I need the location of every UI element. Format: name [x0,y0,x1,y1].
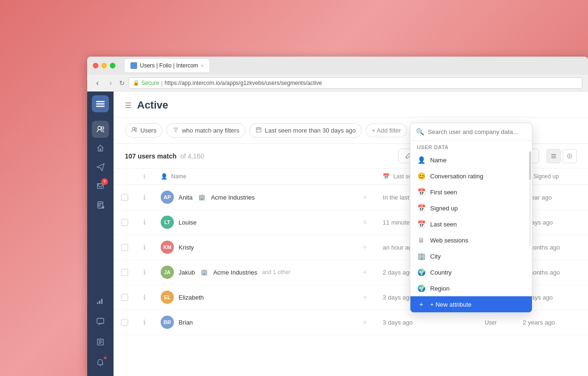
row-info-icon: ℹ [143,293,146,301]
dropdown-item-label-city: City [430,253,441,260]
dropdown-item-icon-name: 👤 [417,156,425,164]
back-button[interactable]: ‹ [93,79,102,87]
avatar: KM [161,241,174,254]
url-path: https://app.intercom.io/a/apps/g1zkvebs/… [164,80,322,86]
reload-button[interactable]: ↻ [119,79,125,87]
row-user-cell: BR Brian [153,310,355,335]
row-checkbox[interactable] [121,294,128,301]
row-checkbox[interactable] [121,219,128,226]
filter-dropdown: 🔍 User data 👤 Name 😊 Conversation rating… [410,123,532,313]
url-bar[interactable]: 🔒 Secure | https://app.intercom.io/a/app… [129,77,582,89]
sidebar-item-users[interactable] [92,121,109,138]
dropdown-search-input[interactable] [428,128,526,135]
dropdown-search-icon: 🔍 [416,128,424,135]
users-filter-pill[interactable]: Users [125,123,163,138]
tab-label: Users | Folio | Intercom [140,62,198,69]
avatar: LT [161,216,174,229]
hamburger-icon[interactable]: ☰ [125,101,131,110]
svg-rect-2 [96,106,105,107]
add-filter-button[interactable]: + Add filter [366,124,407,137]
dropdown-item-first-seen[interactable]: 📅 First seen [410,184,532,200]
sidebar-item-messages[interactable] [92,313,109,330]
row-send-cell: ✈ [355,210,375,235]
sidebar-item-inbox[interactable]: 7 [92,177,109,194]
svg-point-4 [101,127,104,129]
dropdown-item-icon-country: 🌍 [417,268,425,276]
close-button[interactable] [93,63,98,68]
inbox-badge: 7 [101,178,108,185]
dropdown-item-icon-signed-up: 📅 [417,204,425,212]
row-checkbox[interactable] [121,269,128,276]
dropdown-item-signed-up[interactable]: 📅 Signed up [410,200,532,216]
match-number: 107 users match [125,152,177,160]
list-view-button[interactable] [547,149,561,163]
send-icon: ✈ [362,219,368,226]
dropdown-item-icon-city: 🏢 [417,252,425,260]
maximize-button[interactable] [110,63,115,68]
browser-tab[interactable]: Users | Folio | Intercom × [125,59,209,72]
dropdown-search-area: 🔍 [410,123,532,141]
dropdown-item-region[interactable]: 🌍 Region [410,280,532,296]
row-info-cell: ℹ [136,310,153,335]
sidebar-item-send[interactable] [92,159,109,175]
dropdown-item-last-seen[interactable]: 📅 Last seen [410,216,532,232]
sidebar-item-articles[interactable] [92,196,109,213]
dropdown-items-list: 👤 Name 😊 Conversation rating 📅 First see… [410,152,532,296]
dropdown-item-label-web-sessions: Web sessions [430,237,468,244]
view-buttons [547,149,577,163]
row-checkbox-cell [114,310,136,335]
row-checkbox[interactable] [121,244,128,251]
dropdown-item-web-sessions[interactable]: 🖥 Web sessions [410,232,532,248]
user-name: Elizabeth [179,294,204,301]
user-cell-content: LT Louise [161,216,347,229]
sidebar-logo[interactable] [92,95,109,112]
sidebar-item-bell[interactable] [92,354,109,371]
send-icon: ✈ [362,319,368,326]
svg-rect-11 [97,318,104,324]
svg-rect-15 [256,128,261,132]
row-signedup-cell: 2 years ago [515,310,588,335]
grid-view-button[interactable] [563,149,577,163]
forward-button[interactable]: › [106,79,115,87]
user-name: Kristy [179,244,194,251]
col-name[interactable]: 👤 Name [153,168,355,185]
dropdown-item-icon-conversation-rating: 😊 [417,172,425,180]
row-checkbox[interactable] [121,194,128,201]
dropdown-item-icon-last-seen: 📅 [417,220,425,228]
row-user-cell: LT Louise [153,210,355,235]
new-attribute-icon: + [417,301,425,308]
new-attribute-item[interactable]: + + New attribute [410,296,532,312]
row-user-cell: AP Anita 🏢 Acme Industries [153,185,355,210]
dropdown-item-name[interactable]: 👤 Name [410,152,532,168]
row-checkbox-cell [114,285,136,310]
row-checkbox[interactable] [121,319,128,326]
total-number: of 4,160 [180,152,204,160]
sidebar-item-compose[interactable] [92,140,109,157]
dropdown-item-label-name: Name [430,157,447,164]
dropdown-item-conversation-rating[interactable]: 😊 Conversation rating [410,168,532,184]
minimize-button[interactable] [101,63,107,68]
lastseen-filter-pill[interactable]: Last seen more than 30 days ago [249,123,362,138]
row-info-cell: ℹ [136,235,153,260]
row-info-cell: ℹ [136,185,153,210]
send-icon: ✈ [362,294,368,301]
sidebar-item-reports[interactable] [92,292,109,309]
row-type-cell: User [477,310,515,335]
dropdown-item-city[interactable]: 🏢 City [410,248,532,264]
dropdown-item-icon-first-seen: 📅 [417,188,425,196]
svg-rect-1 [96,103,105,105]
row-user-cell: KM Kristy [153,235,355,260]
row-info-cell: ℹ [136,285,153,310]
page-title: Active [137,99,168,111]
match-filter-icon [172,126,179,134]
dropdown-item-country[interactable]: 🌍 Country [410,264,532,280]
sidebar-item-notes[interactable] [92,334,109,351]
scrollbar-thumb [529,151,531,180]
tab-close-button[interactable]: × [201,63,204,68]
dropdown-item-label-signed-up: Signed up [430,205,458,212]
match-filter-pill[interactable]: who match any filters [166,123,245,138]
user-name: Brian [179,319,193,326]
users-filter-icon [131,126,138,134]
svg-rect-0 [96,101,105,102]
dropdown-item-label-first-seen: First seen [430,189,457,196]
